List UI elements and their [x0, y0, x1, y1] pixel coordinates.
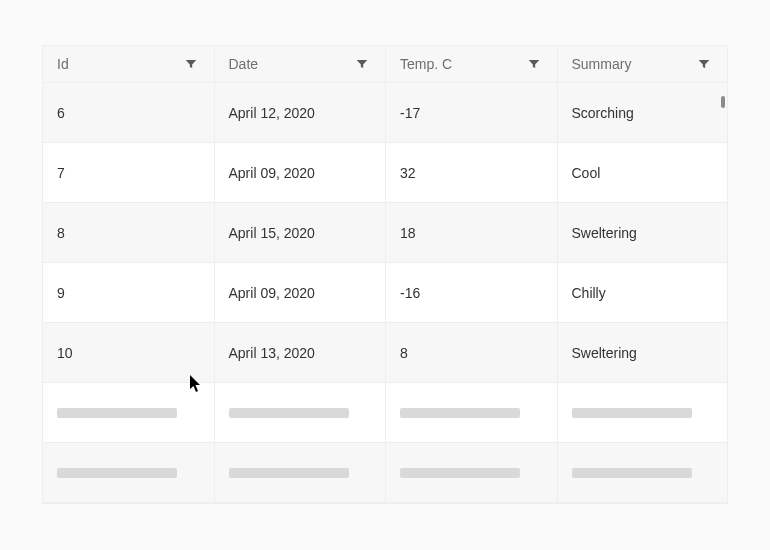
- skeleton-placeholder: [229, 408, 349, 418]
- cell-summary: Sweltering: [558, 203, 728, 262]
- skeleton-placeholder: [400, 468, 520, 478]
- skeleton-placeholder: [400, 408, 520, 418]
- table-row[interactable]: 6 April 12, 2020 -17 Scorching: [43, 83, 727, 143]
- skeleton-placeholder: [229, 468, 349, 478]
- table-row[interactable]: 8 April 15, 2020 18 Sweltering: [43, 203, 727, 263]
- cell-temp: -16: [386, 263, 558, 322]
- cell-id: 6: [43, 83, 215, 142]
- column-label: Date: [229, 56, 259, 72]
- column-header-date[interactable]: Date: [215, 46, 387, 82]
- cell-summary: Cool: [558, 143, 728, 202]
- cell-summary: Scorching: [558, 83, 728, 142]
- column-header-summary[interactable]: Summary: [558, 46, 728, 82]
- filter-icon[interactable]: [353, 55, 371, 73]
- cell-summary: Sweltering: [558, 323, 728, 382]
- column-label: Summary: [572, 56, 632, 72]
- skeleton-placeholder: [57, 408, 177, 418]
- skeleton-placeholder: [572, 468, 692, 478]
- skeleton-placeholder: [57, 468, 177, 478]
- loading-row: [43, 383, 727, 443]
- table-row[interactable]: 7 April 09, 2020 32 Cool: [43, 143, 727, 203]
- cell-temp: 8: [386, 323, 558, 382]
- cell-summary: Chilly: [558, 263, 728, 322]
- column-header-temp[interactable]: Temp. C: [386, 46, 558, 82]
- column-header-id[interactable]: Id: [43, 46, 215, 82]
- scrollbar-thumb[interactable]: [721, 96, 725, 108]
- cell-id: 9: [43, 263, 215, 322]
- table-row[interactable]: 10 April 13, 2020 8 Sweltering: [43, 323, 727, 383]
- filter-icon[interactable]: [525, 55, 543, 73]
- column-label: Id: [57, 56, 69, 72]
- cell-id: 10: [43, 323, 215, 382]
- column-label: Temp. C: [400, 56, 452, 72]
- cell-date: April 15, 2020: [215, 203, 387, 262]
- cell-date: April 13, 2020: [215, 323, 387, 382]
- cell-temp: 32: [386, 143, 558, 202]
- cell-id: 7: [43, 143, 215, 202]
- table-row[interactable]: 9 April 09, 2020 -16 Chilly: [43, 263, 727, 323]
- loading-row: [43, 443, 727, 503]
- filter-icon[interactable]: [182, 55, 200, 73]
- cell-date: April 09, 2020: [215, 263, 387, 322]
- cell-date: April 09, 2020: [215, 143, 387, 202]
- cell-date: April 12, 2020: [215, 83, 387, 142]
- cell-temp: -17: [386, 83, 558, 142]
- cell-temp: 18: [386, 203, 558, 262]
- filter-icon[interactable]: [695, 55, 713, 73]
- cell-id: 8: [43, 203, 215, 262]
- table-header-row: Id Date Temp. C Summary: [43, 46, 727, 83]
- skeleton-placeholder: [572, 408, 692, 418]
- data-grid[interactable]: Id Date Temp. C Summary 6 April 12, 2020: [42, 45, 728, 504]
